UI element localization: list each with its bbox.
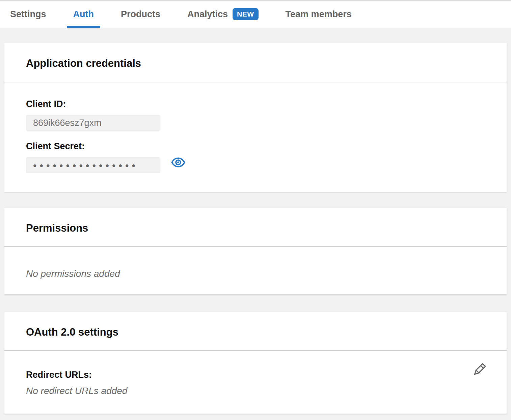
application-credentials-body: Client ID: 869ik66esz7gxm Client Secret:… — [4, 82, 507, 192]
tab-analytics[interactable]: Analytics NEW — [187, 1, 259, 28]
tab-products[interactable]: Products — [121, 1, 160, 28]
tab-auth[interactable]: Auth — [73, 1, 94, 28]
edit-redirect-urls-button[interactable] — [471, 362, 487, 378]
client-id-value: 869ik66esz7gxm — [26, 115, 160, 131]
client-secret-value: •••••••••••••••• — [26, 157, 160, 173]
oauth-settings-body: Redirect URLs: No redirect URLs added — [4, 351, 507, 414]
redirect-urls-label: Redirect URLs: — [26, 369, 485, 380]
client-secret-row: •••••••••••••••• — [26, 152, 485, 173]
redirect-urls-empty-text: No redirect URLs added — [26, 385, 485, 397]
tab-analytics-label: Analytics — [187, 9, 228, 20]
permissions-empty-text: No permissions added — [26, 268, 485, 280]
oauth-settings-header: OAuth 2.0 settings — [4, 312, 507, 350]
application-credentials-header: Application credentials — [4, 43, 507, 82]
application-credentials-card: Application credentials Client ID: 869ik… — [4, 43, 507, 192]
tab-products-label: Products — [121, 9, 160, 20]
tab-settings[interactable]: Settings — [10, 1, 46, 28]
eye-icon — [171, 157, 185, 168]
tab-auth-label: Auth — [73, 9, 94, 20]
permissions-title: Permissions — [26, 222, 485, 234]
permissions-body: No permissions added — [4, 247, 507, 294]
tab-team-members-label: Team members — [286, 9, 352, 20]
oauth-settings-title: OAuth 2.0 settings — [26, 326, 485, 338]
tab-team-members[interactable]: Team members — [286, 1, 352, 28]
pencil-icon — [471, 362, 487, 378]
tab-settings-label: Settings — [10, 9, 46, 20]
oauth-settings-card: OAuth 2.0 settings Redirect URLs: No red… — [4, 312, 507, 414]
permissions-header: Permissions — [4, 208, 507, 246]
show-client-secret-button[interactable] — [171, 157, 185, 168]
client-secret-masked: •••••••••••••••• — [33, 159, 138, 172]
permissions-card: Permissions No permissions added — [4, 208, 507, 294]
client-id-label: Client ID: — [26, 99, 485, 110]
new-badge: NEW — [233, 8, 259, 20]
application-credentials-title: Application credentials — [26, 57, 485, 70]
client-secret-label: Client Secret: — [26, 141, 485, 152]
app-tab-bar: Settings Auth Products Analytics NEW Tea… — [0, 0, 511, 28]
